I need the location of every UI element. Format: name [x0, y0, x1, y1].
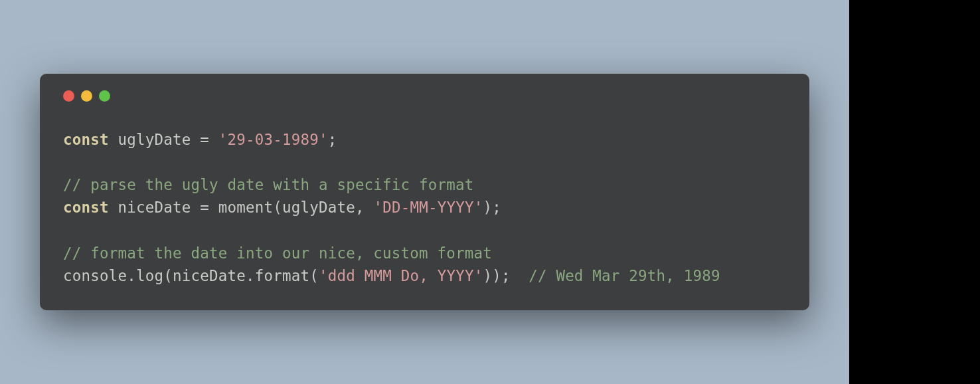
code-token-punct: ,: [355, 199, 374, 216]
code-block: const uglyDate = '29-03-1989'; // parse …: [63, 128, 786, 287]
code-token-punct: (: [163, 267, 173, 284]
code-token-func: log: [136, 267, 163, 284]
code-token-punct: ;: [328, 131, 337, 148]
page-background: const uglyDate = '29-03-1989'; // parse …: [0, 0, 849, 384]
close-icon[interactable]: [63, 90, 74, 102]
code-token-comment: // format the date into our nice, custom…: [63, 244, 492, 262]
code-token-string: 'DD-MM-YYYY': [373, 199, 483, 216]
code-token-ident: [209, 131, 218, 148]
code-token-func: format: [255, 267, 309, 284]
code-token-punct: (: [309, 267, 319, 284]
code-token-comment: // Wed Mar 29th, 1989: [529, 267, 720, 284]
code-line: [63, 151, 786, 173]
code-token-punct: .: [246, 267, 255, 284]
code-token-keyword: const: [63, 131, 109, 148]
code-token-string: '29-03-1989': [218, 131, 328, 148]
code-line: console.log(niceDate.format('ddd MMM Do,…: [63, 264, 786, 287]
code-token-op: =: [200, 131, 209, 148]
code-token-ident: uglyDate: [282, 199, 355, 216]
code-token-string: 'ddd MMM Do, YYYY': [319, 267, 483, 284]
code-token-ident: console: [63, 267, 127, 284]
code-token-ident: niceDate: [118, 199, 191, 216]
code-token-ident: [109, 131, 118, 148]
code-token-ident: uglyDate: [118, 131, 191, 148]
code-line: const niceDate = moment(uglyDate, 'DD-MM…: [63, 196, 786, 219]
code-token-punct: ;: [501, 267, 511, 284]
code-token-punct: (: [273, 199, 282, 216]
code-line: // parse the ugly date with a specific f…: [63, 173, 786, 196]
window-traffic-lights: [63, 90, 786, 102]
code-token-punct: ): [492, 267, 501, 284]
code-token-ident: [209, 199, 218, 216]
code-token-comment: // parse the ugly date with a specific f…: [63, 176, 474, 193]
code-token-ident: [109, 199, 118, 216]
code-line: const uglyDate = '29-03-1989';: [63, 128, 786, 151]
code-token-keyword: const: [63, 199, 109, 216]
code-token-func: moment: [218, 199, 273, 216]
code-token-ident: [511, 267, 529, 284]
maximize-icon[interactable]: [99, 90, 110, 102]
code-token-punct: .: [127, 267, 136, 284]
code-token-punct: ): [483, 199, 492, 216]
code-token-ident: [191, 131, 200, 148]
code-token-ident: [191, 199, 200, 216]
code-token-op: =: [200, 199, 209, 216]
code-window: const uglyDate = '29-03-1989'; // parse …: [40, 74, 809, 310]
minimize-icon[interactable]: [81, 90, 92, 102]
code-token-ident: niceDate: [173, 267, 246, 284]
code-token-punct: ): [483, 267, 492, 284]
code-line: [63, 219, 786, 242]
code-token-punct: ;: [492, 199, 501, 216]
code-line: // format the date into our nice, custom…: [63, 242, 786, 264]
